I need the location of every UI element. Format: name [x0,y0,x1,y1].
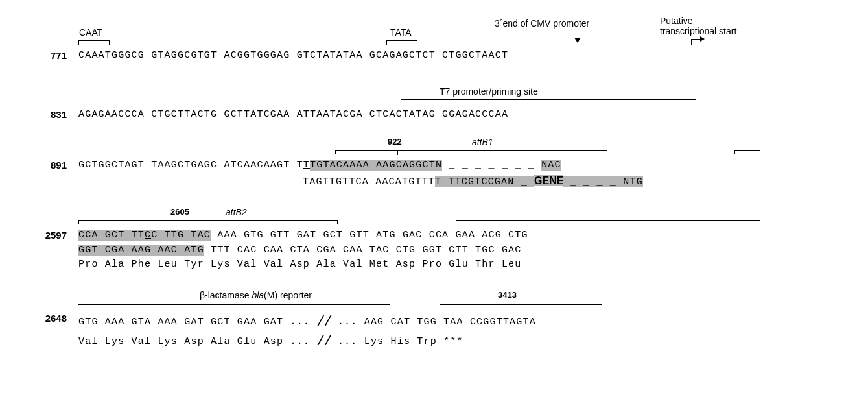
label-caat: CAAT [79,27,102,38]
tick-2605 [182,220,182,225]
seq-2597-top-rest: AAA GTG GTT GAT GCT GTT ATG GAC CCA GAA … [211,230,528,241]
seq-771: CAAATGGGCG GTAGGCGTGT ACGGTGGGAG GTCTATA… [78,51,508,62]
seq-2648-aa-b: ... Lys His Trp *** [338,336,463,347]
arrow-cmv-end [574,38,581,43]
label-pos-3413: 3413 [498,290,517,300]
position-891: 891 [31,160,67,171]
bracket-nac-right [734,150,760,154]
tick-bla-end [602,300,602,306]
seq-891-bot-ntg: NTG [623,176,643,187]
sequence-row-2648-aa: Val Lys Val Lys Asp Ala Glu Asp ... // .… [31,333,837,348]
bracket-row-1 [31,40,837,47]
label-bla-reporter: β-lactamase bla(M) reporter [200,290,312,300]
annotation-row-4: 2605 attB2 [31,204,837,219]
label-t7: T7 promoter/priming site [440,86,538,97]
sequence-row-2597-bottom: GGT CGA AAG AAC ATG TTT CAC CAA CTA CGA … [31,245,837,256]
seq-891-top-a: GCTGGCTAGT TAAGCTGAGC ATCAACAAGT T [78,160,303,171]
label-trans-start-2: transcriptional start [660,26,736,36]
sequence-row-891-top: 891GCTGGCTAGT TAAGCTGAGC ATCAACAAGT TTTG… [31,160,837,171]
seq-2597-bot-hl: GGT CGA AAG AAC ATG [78,245,204,256]
sequence-row-2597-top: 2597CCA GCT TTCC TTG TAC AAA GTG GTT GAT… [31,230,837,241]
sequence-row-891-bottom: TAGTTGTTCA AACATGTTTT TTCGTCCGAN _ GENE … [31,175,837,188]
annotation-row-3: 922 attB1 [31,134,837,149]
gap-slashes-1: // [316,314,331,330]
label-attb1: attB1 [472,137,493,147]
seq-891-top-hl: TGTACAAAA AAGCAGGCTN [310,160,442,171]
tick-922 [397,150,398,155]
seq-2648-top-a: GTG AAA GTA AAA GAT GCT GAA GAT ... [78,317,310,328]
gene-label: GENE [534,175,563,186]
bracket-row-3 [31,149,837,156]
seq-2648-top-b: ... AAG CAT TGG TAA CCGGTTAGTA [338,317,536,328]
seq-2597-top-hl: CCA GCT TT [78,230,145,241]
seq-891-top-nac: NAC [541,160,561,171]
sequence-row-2648-top: 2648GTG AAA GTA AAA GAT GCT GAA GAT ... … [31,313,837,329]
position-831: 831 [31,110,67,121]
seq-891-top-gap: _ _ _ _ _ _ _ [442,160,541,171]
overline-bla-right [440,304,602,305]
position-771: 771 [31,51,67,62]
bracket-caat [78,40,110,45]
seq-2597-top-mid: C TTG TAC [151,230,211,241]
seq-891-bot-gap1: _ [521,176,534,187]
label-trans-start-1: Putative [660,16,693,26]
position-2648: 2648 [31,313,67,324]
underline-C-2605: C [145,230,151,241]
seq-891-bot-gap2: _ _ _ _ [563,176,623,187]
annotation-row-2: T7 promoter/priming site [31,85,837,99]
seq-2648-aa-a: Val Lys Val Lys Asp Ala Glu Asp ... [78,336,310,347]
annotation-row-5: β-lactamase bla(M) reporter 3413 [31,287,837,302]
bracket-row-5 [31,302,837,309]
seq-831: AGAGAACCCA CTGCTTACTG GCTTATCGAA ATTAATA… [78,110,508,121]
gap-slashes-2: // [316,333,331,350]
bracket-bla-start [456,220,760,224]
bracket-t7 [401,99,696,104]
label-attb2: attB2 [226,207,247,217]
seq-2597-aa: Pro Ala Phe Leu Tyr Lys Val Val Asp Ala … [78,259,522,271]
label-pos-2605: 2605 [170,207,189,217]
bracket-attb2 [78,220,338,224]
annotation-row-1: CAAT TATA 3´end of CMV promoter Putative… [31,18,837,40]
underline-T-922: T [303,160,310,171]
tick-3413 [508,304,508,309]
sequence-row-771: 771CAAATGGGCG GTAGGCGTGT ACGGTGGGAG GTCT… [31,51,837,62]
position-2597: 2597 [31,230,67,241]
bracket-tata [386,40,417,45]
bracket-row-2 [31,99,837,106]
label-pos-922: 922 [388,137,402,147]
sequence-row-831: 831AGAGAACCCA CTGCTTACTG GCTTATCGAA ATTA… [31,110,837,121]
sequence-row-2597-aa: Pro Ala Phe Leu Tyr Lys Val Val Asp Ala … [31,259,837,271]
label-cmv-end: 3´end of CMV promoter [495,18,589,29]
seq-891-bot-a: TAGTTGTTCA AACATGTTT [303,176,435,187]
seq-2597-bot-rest: TTT CAC CAA CTA CGA CAA TAC CTG GGT CTT … [204,245,522,256]
seq-891-bot-hl: T TTCGTCCGAN [435,176,521,187]
label-tata: TATA [390,27,412,38]
overline-bla-left [78,304,390,305]
bracket-attb1 [335,150,607,154]
bracket-row-4 [31,219,837,226]
